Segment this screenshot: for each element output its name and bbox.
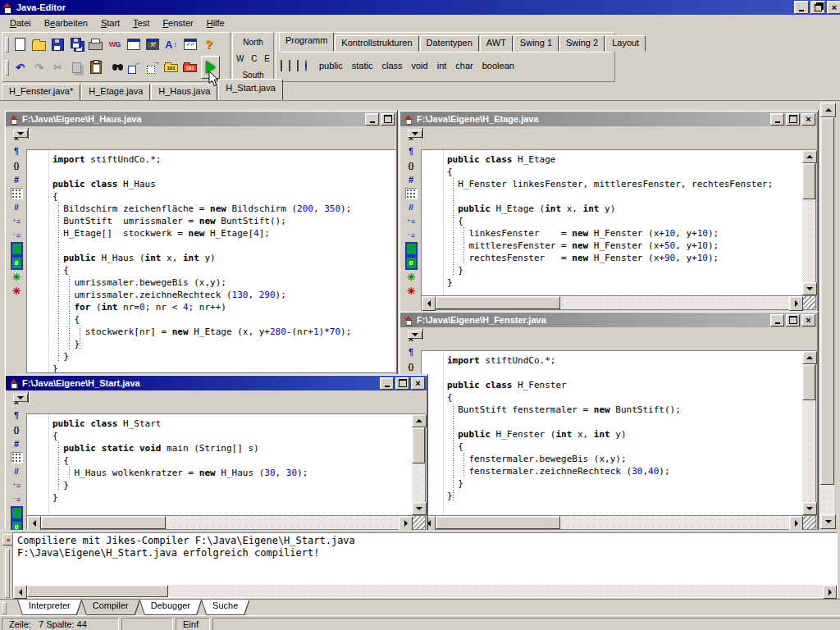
horizontal-scrollbar[interactable]	[421, 296, 816, 310]
applet-viewer-button[interactable]: ⚒	[143, 34, 162, 54]
file-tab-h-start-java[interactable]: H_Start.java	[218, 79, 283, 100]
scroll-left-icon[interactable]	[13, 585, 27, 599]
scroll-right-icon[interactable]	[823, 585, 837, 599]
scroll-down-icon[interactable]	[412, 502, 427, 515]
method-selector[interactable]	[28, 128, 30, 139]
minimize-button[interactable]	[794, 1, 809, 14]
keyword-button-static[interactable]: static	[352, 61, 373, 71]
method-selector[interactable]	[422, 329, 424, 340]
layout-south-button[interactable]: South	[233, 71, 273, 80]
help-button[interactable]: ?	[199, 34, 218, 54]
scroll-up-icon[interactable]	[802, 150, 817, 163]
mdi-vertical-scrollbar[interactable]	[820, 103, 834, 529]
palette-tab-programm[interactable]: Programm	[279, 32, 334, 52]
code-editor[interactable]: public class H_Start { public static voi…	[26, 413, 412, 516]
window-titlebar[interactable]: F:\Java\Eigene\H_Haus.java	[6, 112, 396, 126]
minimize-button[interactable]	[770, 314, 784, 326]
palette-tab-kontrollstrukturen[interactable]: Kontrollstrukturen	[335, 35, 418, 52]
maximize-button[interactable]	[786, 113, 800, 126]
minimize-button[interactable]	[380, 377, 394, 390]
maximize-button[interactable]	[395, 377, 409, 390]
scrollbar-thumb[interactable]	[802, 364, 815, 400]
window-h-etage[interactable]: F:\Java\Eigene\H_Etage.java × ×¶{}#//⁺≡⁻…	[399, 110, 819, 313]
chevron-down-icon[interactable]	[13, 130, 28, 138]
close-button[interactable]: ×	[411, 377, 425, 390]
scrollbar-thumb[interactable]	[412, 427, 425, 463]
indent-icon[interactable]: ⁺≡	[9, 478, 24, 492]
window-h-haus[interactable]: F:\Java\Eigene\H_Haus.java ×¶{}#//⁺≡⁻≡0✳…	[4, 110, 398, 376]
comment-icon[interactable]: //	[9, 200, 24, 214]
close-button[interactable]: ×	[801, 113, 815, 126]
menu-item-datei[interactable]: Datei	[3, 16, 38, 30]
code-editor[interactable]: import stiftUndCo.*; public class H_Haus…	[26, 149, 395, 373]
scroll-down-icon[interactable]	[820, 514, 836, 529]
arrow-into-box-button[interactable]: ⌐	[124, 57, 143, 77]
minimize-button[interactable]	[365, 113, 379, 126]
comment-icon[interactable]: //	[9, 464, 24, 478]
unindent-icon[interactable]: ⁻≡	[404, 228, 418, 242]
keyword-button-public[interactable]: public	[319, 61, 343, 71]
braces-icon[interactable]: {}	[9, 158, 24, 172]
window-titlebar[interactable]: F:\Java\Eigene\H_Fenster.java ×	[400, 313, 817, 327]
layout-center-button[interactable]: C	[251, 54, 257, 63]
horizontal-scrollbar[interactable]	[13, 585, 837, 597]
horizontal-scrollbar[interactable]	[421, 516, 816, 530]
scrollbar-thumb[interactable]	[41, 516, 166, 529]
paste-button[interactable]	[86, 57, 105, 77]
vertical-scrollbar[interactable]	[802, 350, 816, 516]
applet-app-button[interactable]	[305, 61, 307, 71]
window-h-fenster[interactable]: F:\Java\Eigene\H_Fenster.java × ×¶{}#//⁺…	[399, 311, 819, 532]
redo-button[interactable]: ↷	[30, 57, 48, 77]
close-button[interactable]: ×	[827, 1, 840, 14]
scrollbar-thumb[interactable]	[802, 163, 815, 199]
hash-icon[interactable]: #	[9, 172, 24, 186]
scroll-up-icon[interactable]	[412, 414, 427, 427]
splitter-handle[interactable]	[5, 549, 10, 598]
menu-item-test[interactable]: Test	[126, 16, 156, 30]
resize-grip[interactable]	[413, 516, 425, 529]
chevron-down-icon[interactable]	[13, 394, 28, 402]
new-file-button[interactable]	[11, 34, 30, 54]
palette-tab-swing-2[interactable]: Swing 2	[559, 35, 605, 52]
class-view-icon[interactable]	[9, 242, 24, 256]
open-file-button[interactable]	[30, 34, 48, 54]
checklist-button[interactable]: ✓✓	[180, 34, 199, 54]
code-editor[interactable]: import stiftUndCo.*; public class H_Fens…	[421, 350, 802, 516]
unindent-icon[interactable]: ⁻≡	[9, 228, 24, 242]
scroll-left-icon[interactable]	[422, 296, 436, 311]
cut-button[interactable]: ✂	[48, 57, 67, 77]
undo-button[interactable]: ↶	[11, 57, 30, 77]
compile-all-folder-button[interactable]: 101	[180, 57, 199, 77]
braces-icon[interactable]: {}	[9, 422, 24, 436]
keyword-button-int[interactable]: int	[437, 61, 447, 71]
keyword-button-char[interactable]: char	[455, 61, 472, 71]
window-h-start[interactable]: F:\Java\Eigene\H_Start.java × ×¶{}#//⁺≡⁻…	[4, 374, 428, 532]
unindent-icon[interactable]: ⁻≡	[9, 492, 24, 506]
resize-grip[interactable]	[803, 516, 815, 529]
chevron-down-icon[interactable]	[408, 331, 422, 339]
code-editor[interactable]: public class H_Etage { H_Fenster linkesF…	[421, 149, 802, 296]
debug-start-icon[interactable]: ✳	[9, 270, 24, 284]
copy-button[interactable]	[67, 57, 86, 77]
layout-north-button[interactable]: North	[233, 38, 273, 47]
arrow-out-of-box-button[interactable]: ¬	[143, 57, 162, 77]
structogram-icon[interactable]	[404, 186, 418, 200]
search-button[interactable]	[105, 57, 124, 77]
output-tab-interpreter[interactable]: Interpreter	[18, 600, 81, 614]
class-view-icon[interactable]	[9, 506, 24, 520]
vertical-scrollbar[interactable]	[802, 149, 816, 296]
structogram-icon[interactable]	[9, 450, 24, 464]
scrollbar-thumb[interactable]	[27, 585, 168, 597]
horizontal-scrollbar[interactable]	[26, 516, 426, 530]
minimize-button[interactable]	[770, 113, 784, 126]
frame-app-button[interactable]	[289, 61, 290, 71]
layout-west-button[interactable]: W	[236, 54, 244, 63]
menu-item-start[interactable]: Start	[94, 16, 126, 30]
scroll-up-icon[interactable]	[820, 103, 836, 117]
paragraph-icon[interactable]: ¶	[404, 144, 418, 158]
resize-grip[interactable]	[803, 296, 815, 309]
debug-stop-icon[interactable]: ✳	[9, 284, 24, 298]
window-titlebar[interactable]: F:\Java\Eigene\H_Etage.java ×	[400, 112, 817, 126]
scroll-right-icon[interactable]	[789, 296, 803, 311]
object-view-icon[interactable]: 0	[9, 256, 24, 270]
